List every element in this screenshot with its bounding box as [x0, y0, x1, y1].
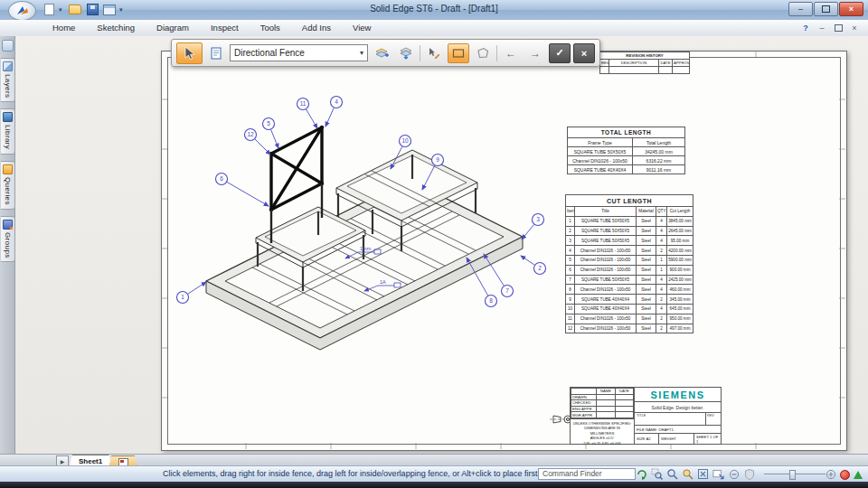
ribbon-tab-view[interactable]: View	[342, 20, 382, 36]
rev-field: REV	[705, 413, 721, 425]
edgebar-tab-label: Groups	[4, 232, 12, 258]
table-cell: Channel DIN1026 - 100x50	[575, 324, 637, 333]
select-command-bar: Directional Fence ▾	[171, 39, 600, 67]
fence-mode-dropdown[interactable]: Directional Fence ▾	[230, 44, 368, 61]
table-cell: 4	[656, 226, 667, 236]
queries-icon	[3, 164, 13, 174]
table-cell: Steel	[637, 285, 656, 295]
fence-mode-value: Directional Fence	[234, 48, 305, 58]
table-cell: Steel	[637, 314, 656, 324]
zoom-slider[interactable]	[764, 474, 826, 474]
table-cell: 3	[566, 236, 575, 246]
fit-view-button[interactable]	[697, 468, 709, 480]
maximize-button[interactable]	[814, 2, 838, 16]
sign-cell: DRAWN	[571, 394, 597, 400]
ribbon-tab-tools[interactable]: Tools	[250, 20, 291, 36]
doc-restore-button[interactable]	[832, 22, 844, 33]
radial-menu-icon[interactable]	[2, 40, 14, 52]
table-cell: Steel	[637, 246, 656, 256]
layers-icon	[3, 61, 13, 71]
restore-icon	[835, 24, 843, 32]
sign-cell: ENG APPR	[571, 406, 597, 412]
polygon-fence-button[interactable]	[472, 43, 494, 63]
cancel-button[interactable]: ×	[573, 43, 595, 63]
model-view-icon[interactable]	[854, 471, 863, 479]
sign-cell	[615, 394, 633, 400]
zoom-out-button[interactable]	[728, 468, 740, 480]
sign-cell	[615, 412, 633, 418]
table-cell: SQUARE TUBE 40X40X4	[575, 304, 637, 314]
table-cell: 4	[656, 275, 667, 285]
ribbon-tab-inspect[interactable]: Inspect	[200, 20, 250, 36]
edgebar-tab-library[interactable]: Library	[1, 108, 15, 154]
edgebar-tab-label: Queries	[4, 177, 12, 205]
command-finder-input[interactable]: Command Finder	[538, 468, 636, 480]
promptbar-toggle-button[interactable]	[205, 43, 227, 63]
help-button[interactable]: ?	[799, 22, 812, 33]
promptbar-icon	[210, 47, 222, 60]
rectangle-fence-button[interactable]	[448, 43, 469, 63]
pan-sheet-button[interactable]	[712, 468, 724, 480]
table-cell: Channel DIN1026 - 100x50	[575, 314, 637, 324]
layers-filter-icon	[400, 47, 413, 60]
table-cell: 34245.00 mm	[633, 147, 685, 156]
table-cell: SQUARE TUBE 40X40X4	[568, 165, 633, 174]
accept-button[interactable]: ✓	[549, 43, 571, 63]
table-cell: 1	[656, 265, 667, 275]
rectangle-fence-icon	[452, 48, 465, 59]
zoom-in-button[interactable]	[826, 469, 836, 480]
edgebar-tab-groups[interactable]: Groups	[1, 216, 15, 263]
total-length-table: TOTAL LENGTHFrame TypeTotal LengthSQUARE…	[567, 127, 685, 174]
minimize-button[interactable]: –	[788, 2, 813, 16]
drawing-canvas[interactable]: 123456789101112 1mm1A REVISION HISTORYRE…	[0, 36, 868, 454]
edgebar-tab-queries[interactable]: Queries	[1, 161, 15, 210]
table-cell: SQUARE TUBE 50X50X5	[568, 147, 633, 156]
zoom-area-button[interactable]	[651, 468, 663, 480]
table-cell: SQUARE TUBE 40X40X4	[575, 295, 637, 305]
brand-tagline: Solid Edge. Design better.	[635, 402, 721, 413]
ribbon-tab-diagram[interactable]: Diagram	[146, 20, 200, 36]
ribbon-tab-add-ins[interactable]: Add Ins	[291, 20, 342, 36]
sign-cell	[597, 400, 616, 407]
previous-button[interactable]: ←	[500, 43, 522, 63]
cursor-arrow-icon	[184, 46, 195, 61]
table-cell: Steel	[637, 324, 656, 333]
zoom-slider-thumb[interactable]	[789, 470, 796, 480]
select-tool-button[interactable]	[176, 42, 203, 64]
tolerance-note: UNLESS OTHERWISE SPECIFIED:DIMENSIONS AR…	[571, 418, 634, 447]
next-button[interactable]: →	[524, 43, 546, 63]
fence-include-button[interactable]	[371, 43, 392, 63]
spotlight-zoom-button[interactable]	[682, 468, 693, 480]
quickpick-button[interactable]	[423, 43, 445, 63]
zoom-button[interactable]	[666, 468, 678, 480]
edgebar-tab-label: Layers	[4, 74, 12, 98]
cut-length-table: CUT LENGTHItem #TitleMaterialQTYCut Leng…	[565, 194, 693, 333]
table-cell: 2	[656, 314, 667, 324]
table-cell: REV	[600, 60, 609, 67]
record-indicator-icon[interactable]	[840, 470, 850, 480]
table-cell: 900.00 mm	[667, 265, 693, 275]
layers-add-icon	[375, 47, 389, 60]
table-cell: 4200.00 mm	[667, 246, 693, 256]
ribbon-tab-sketching[interactable]: Sketching	[86, 20, 146, 36]
table-cell: 2	[656, 295, 667, 305]
table-cell: 12	[566, 324, 575, 333]
table-cell: 4	[656, 304, 667, 314]
close-button[interactable]: ×	[839, 2, 863, 16]
file-name-field: FILE NAME: DRAFT1	[635, 426, 721, 434]
doc-minimize-button[interactable]: –	[816, 22, 828, 33]
table-cell: 1	[656, 255, 667, 265]
refresh-view-button[interactable]	[636, 468, 647, 480]
ribbon-tab-home[interactable]: Home	[42, 20, 86, 36]
table-cell: Channel DIN1026 - 100x50	[575, 265, 637, 275]
table-cell: SQUARE TUBE 50X50X5	[575, 226, 637, 236]
table-cell: 497.00 mm	[667, 324, 693, 333]
status-right-icons	[826, 469, 863, 480]
table-cell: TOTAL LENGTH	[568, 127, 685, 138]
edgebar-tab-layers[interactable]: Layers	[1, 58, 15, 102]
drawing-sheet[interactable]	[161, 51, 847, 451]
doc-close-button[interactable]: ×	[848, 22, 861, 33]
revision-history-table: REVISION HISTORYREVDESCRIPTIONDATEAPPROV…	[599, 52, 690, 74]
table-cell: 10	[566, 304, 575, 314]
fence-overlap-button[interactable]	[395, 43, 417, 63]
